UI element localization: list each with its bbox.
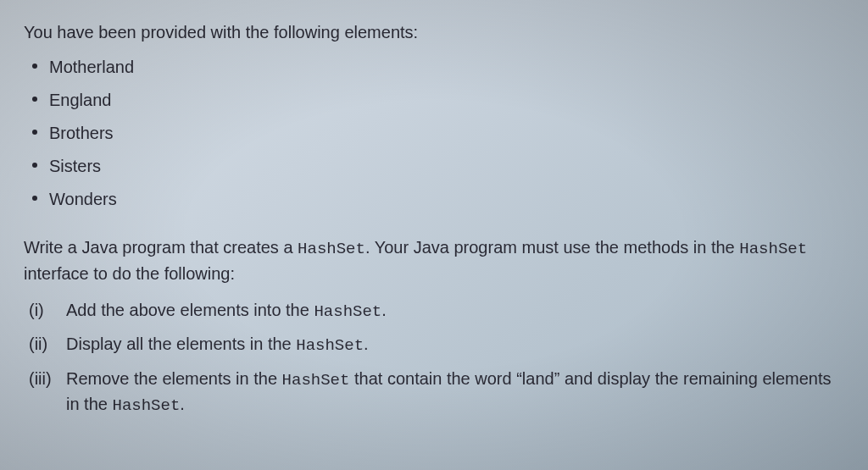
task-number: (ii) <box>29 332 66 357</box>
task-item: (ii) Display all the elements in the Has… <box>29 332 844 358</box>
intro-text: You have been provided with the followin… <box>24 20 844 45</box>
task-text: . <box>364 335 369 353</box>
instruction-text: . Your Java program must use the methods… <box>365 238 739 257</box>
list-item-text: Sisters <box>49 157 101 175</box>
list-item: Sisters <box>24 154 844 179</box>
instruction-text: interface to do the following: <box>24 264 235 283</box>
list-item: Wonders <box>24 187 844 212</box>
list-item-text: Motherland <box>49 58 134 76</box>
list-item: Brothers <box>24 121 844 146</box>
list-item-text: Brothers <box>49 124 114 142</box>
task-description: Display all the elements in the HashSet. <box>66 332 844 358</box>
task-number: (iii) <box>29 367 66 391</box>
code-hashset: HashSet <box>739 240 807 258</box>
instruction-text: Write a Java program that creates a <box>24 238 298 257</box>
code-hashset: HashSet <box>298 240 365 258</box>
task-description: Remove the elements in the HashSet that … <box>66 367 844 418</box>
task-text: . <box>381 301 387 319</box>
code-hashset: HashSet <box>282 371 350 390</box>
task-item: (i) Add the above elements into the Hash… <box>29 298 844 324</box>
element-list: Motherland England Brothers Sisters Wond… <box>24 55 844 212</box>
code-hashset: HashSet <box>314 302 381 321</box>
task-text: Remove the elements in the <box>66 369 282 388</box>
task-text: Add the above elements into the <box>66 301 314 319</box>
list-item: England <box>24 88 844 113</box>
code-hashset: HashSet <box>296 336 364 355</box>
list-item-text: England <box>49 91 111 109</box>
question-content: You have been provided with the followin… <box>0 0 868 418</box>
code-hashset: HashSet <box>112 396 180 415</box>
list-item-text: Wonders <box>49 190 117 208</box>
instruction-paragraph: Write a Java program that creates a Hash… <box>24 235 844 286</box>
task-description: Add the above elements into the HashSet. <box>66 298 844 324</box>
list-item: Motherland <box>24 55 844 80</box>
task-number: (i) <box>29 298 66 323</box>
task-text: Display all the elements in the <box>66 335 296 353</box>
task-item: (iii) Remove the elements in the HashSet… <box>29 367 844 418</box>
task-list: (i) Add the above elements into the Hash… <box>24 298 844 418</box>
task-text: . <box>180 395 185 413</box>
